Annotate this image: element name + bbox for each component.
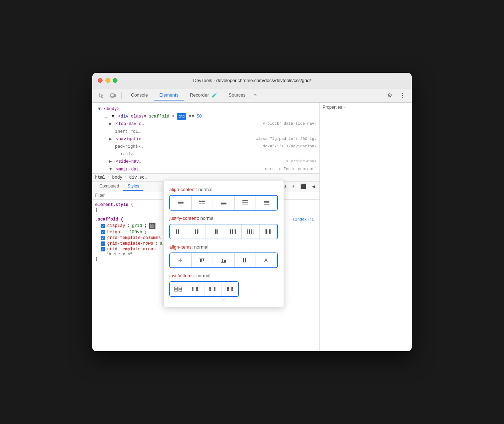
dom-line-padright: pad-right-… dex="-1">…</navigation- — [92, 143, 319, 151]
devtools-toolbar: Console Elements Recorder 🧪 Sources » ⚙ … — [92, 88, 412, 103]
align-content-icon-3[interactable] — [235, 196, 256, 210]
breadcrumb-html[interactable]: html — [95, 175, 105, 180]
svg-rect-22 — [176, 229, 177, 234]
svg-rect-50 — [175, 287, 177, 289]
svg-rect-47 — [243, 258, 244, 262]
expand-button[interactable]: ◀ — [311, 183, 317, 190]
maximize-button[interactable] — [113, 78, 117, 83]
dom-tree[interactable]: <body> … ▼ <div class="scaffold"> grid =… — [92, 103, 319, 174]
dom-line-main[interactable]: ▼ <main dat… inert id="main-content" — [92, 166, 319, 173]
breadcrumb-body[interactable]: body — [112, 175, 122, 180]
svg-rect-59 — [209, 287, 211, 289]
svg-rect-64 — [227, 289, 229, 291]
checkbox-display[interactable] — [101, 224, 105, 228]
close-button[interactable] — [98, 78, 103, 83]
justify-content-icon-0[interactable] — [170, 224, 188, 239]
align-items-icon-2[interactable] — [213, 253, 235, 267]
align-items-icon-3[interactable] — [235, 253, 256, 267]
toggle-button[interactable]: ⬛ — [299, 183, 308, 190]
svg-rect-39 — [270, 229, 271, 234]
popup-align-content: align-content: normal — [169, 187, 278, 211]
svg-rect-63 — [227, 287, 229, 289]
svg-rect-1 — [114, 94, 115, 97]
grid-layout-icon[interactable] — [149, 223, 155, 229]
toolbar-divider — [121, 92, 122, 99]
align-content-icon-4[interactable] — [256, 196, 277, 210]
dots-btn[interactable]: … — [104, 114, 109, 119]
inspect-icon[interactable] — [97, 91, 106, 100]
svg-rect-42 — [200, 259, 202, 262]
dom-line-body[interactable]: <body> — [92, 105, 319, 113]
tab-sources[interactable]: Sources — [223, 90, 251, 100]
justify-content-icon-2[interactable] — [206, 224, 224, 239]
chevron-right-icon[interactable]: » — [344, 105, 346, 109]
checkbox-grid-cols[interactable] — [101, 236, 105, 240]
minimize-button[interactable] — [105, 78, 110, 83]
align-items-icon-4[interactable]: A — [256, 253, 277, 267]
justify-items-icon-2[interactable] — [204, 282, 221, 296]
justify-items-icon-1[interactable] — [187, 282, 204, 296]
css-property-popup: align-content: normal — [163, 181, 284, 307]
toolbar-settings: ⚙ ⋮ — [385, 91, 407, 100]
justify-content-icon-4[interactable] — [242, 224, 260, 239]
tab-elements[interactable]: Elements — [154, 90, 184, 100]
svg-rect-29 — [232, 229, 233, 234]
triangle-body[interactable] — [98, 108, 101, 110]
dom-line-scaffold[interactable]: … ▼ <div class="scaffold"> grid == $0 — [92, 113, 319, 120]
tab-styles[interactable]: Styles — [123, 182, 143, 191]
tab-console[interactable]: Console — [125, 90, 154, 100]
breadcrumb-divsc[interactable]: div.sc… — [129, 175, 147, 180]
svg-text:✛: ✛ — [178, 257, 182, 263]
svg-rect-0 — [111, 94, 114, 97]
svg-rect-32 — [249, 229, 250, 234]
align-items-icon-0[interactable]: ✛ — [170, 253, 192, 267]
file-reference[interactable]: (index):1 — [290, 217, 317, 222]
svg-rect-57 — [196, 287, 198, 289]
right-panel-header: Properties » — [320, 103, 412, 112]
svg-rect-45 — [222, 259, 223, 262]
popup-justify-items: justify-items: normal — [169, 273, 278, 297]
align-items-icon-1[interactable] — [192, 253, 213, 267]
align-content-icon-2[interactable] — [213, 196, 235, 210]
justify-items-icon-3[interactable] — [221, 282, 238, 296]
svg-rect-54 — [179, 289, 182, 291]
more-menu-icon[interactable]: ⋮ — [398, 91, 407, 100]
svg-rect-33 — [251, 229, 252, 234]
svg-rect-46 — [224, 260, 226, 262]
checkbox-grid-areas[interactable] — [101, 247, 105, 251]
tab-computed[interactable]: Computed — [95, 182, 123, 191]
add-style-button[interactable]: + — [291, 183, 296, 190]
popup-justify-content: justify-content: normal — [169, 216, 278, 239]
svg-rect-62 — [214, 289, 215, 291]
grid-badge[interactable]: grid — [177, 113, 186, 120]
svg-rect-38 — [269, 229, 270, 234]
align-content-icons — [169, 195, 278, 211]
align-content-icon-0[interactable] — [170, 196, 192, 210]
svg-rect-6 — [153, 226, 154, 228]
svg-rect-34 — [253, 229, 253, 234]
device-icon[interactable] — [108, 91, 118, 100]
svg-rect-37 — [268, 229, 268, 234]
more-tabs-button[interactable]: » — [251, 90, 259, 100]
dom-line-navigation[interactable]: ▶ <navigatio… class="lg:pad-left-200 lg: — [92, 136, 319, 143]
dom-line-sidenav[interactable]: ▶ <side-nav… >…</side-nav> — [92, 158, 319, 165]
justify-content-icon-1[interactable] — [188, 224, 206, 239]
dom-line-inert[interactable]: inert rol… — [92, 128, 319, 136]
dom-line-rail: rail> — [92, 151, 319, 158]
tab-recorder[interactable]: Recorder 🧪 — [184, 90, 223, 100]
svg-rect-28 — [230, 229, 231, 234]
svg-rect-53 — [179, 287, 182, 289]
align-content-icon-1[interactable] — [192, 196, 213, 210]
dom-line-topnav[interactable]: ▶ <top-nav c… v-block" data-side-nav- — [92, 120, 319, 128]
justify-content-icon-5[interactable] — [260, 224, 278, 239]
traffic-lights — [98, 78, 117, 83]
settings-icon[interactable]: ⚙ — [385, 91, 395, 100]
checkbox-grid-rows[interactable] — [101, 241, 105, 246]
svg-rect-31 — [247, 229, 248, 234]
justify-items-icon-0[interactable] — [170, 282, 187, 296]
svg-rect-43 — [203, 259, 204, 261]
toolbar-tabs: Console Elements Recorder 🧪 Sources » — [125, 90, 383, 100]
checkbox-height[interactable] — [101, 230, 105, 234]
svg-rect-60 — [209, 289, 211, 291]
justify-content-icon-3[interactable] — [224, 224, 242, 239]
